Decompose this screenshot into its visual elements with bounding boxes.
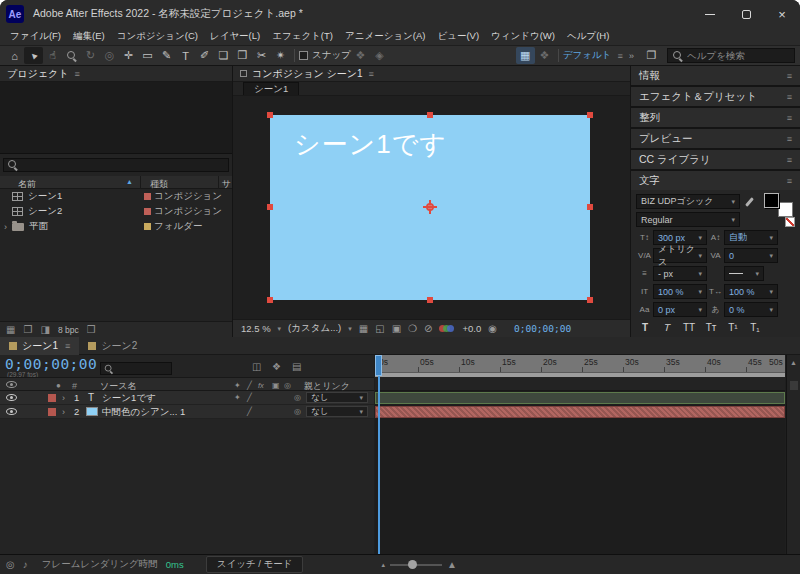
selection-handle[interactable]	[587, 204, 593, 210]
project-row-scene2[interactable]: シーン2 コンポジション	[0, 204, 232, 219]
menu-effect[interactable]: エフェクト(T)	[266, 30, 339, 43]
superscript-button[interactable]: T¹	[724, 321, 742, 335]
type-tool[interactable]: T	[176, 47, 195, 64]
small-caps-button[interactable]: Tᴛ	[702, 321, 720, 335]
panel-menu-icon[interactable]: ≡	[787, 113, 792, 123]
selection-handle[interactable]	[587, 297, 593, 303]
puppet-pin-tool[interactable]: ✴	[271, 47, 290, 64]
new-composition-icon[interactable]: ◨	[40, 324, 49, 335]
zoom-tool[interactable]	[62, 47, 81, 64]
selection-tool[interactable]: ►	[24, 47, 43, 64]
project-row-folder[interactable]: › 平面 フォルダー	[0, 219, 232, 234]
composition-canvas[interactable]: シーン1です	[270, 115, 590, 300]
eyedropper-icon[interactable]	[745, 197, 754, 207]
workspace-menu-icon[interactable]: ≡	[617, 51, 622, 61]
camera-tool[interactable]: ◎	[100, 47, 119, 64]
panel-menu-icon[interactable]: ≡	[787, 176, 792, 186]
pickwhip-icon[interactable]: ◎	[294, 393, 301, 402]
viewer-timecode[interactable]: 0;00;00;00	[514, 323, 571, 334]
sort-ascending-icon[interactable]: ▲	[126, 178, 133, 185]
interpret-footage-icon[interactable]: ▦	[6, 324, 15, 335]
grid-guides-icon[interactable]: ▦	[359, 323, 368, 334]
stroke-color-swatch[interactable]	[778, 202, 793, 217]
channel-select-icon[interactable]	[439, 324, 455, 334]
effects-toggle-icon[interactable]: ╱	[247, 407, 252, 416]
quality-toggle-icon[interactable]: ✦	[234, 393, 241, 402]
label-color-chip[interactable]	[48, 394, 56, 402]
parent-select[interactable]: なし ▾	[306, 392, 368, 403]
panel-header-info[interactable]: 情報 ≡	[631, 66, 800, 85]
layer-name[interactable]: 中間色のシアン... 1	[102, 406, 185, 419]
faux-bold-button[interactable]: T	[636, 321, 654, 335]
snap-checkbox[interactable]	[299, 51, 308, 60]
baseline-shift-select[interactable]: 0 px ▾	[653, 302, 707, 317]
new-folder-icon[interactable]: ❐	[23, 324, 32, 335]
layer-duration-bar-2[interactable]	[375, 406, 785, 418]
composition-viewer[interactable]: シーン1です	[233, 96, 630, 319]
home-button[interactable]: ⌂	[5, 47, 24, 64]
label-color-chip[interactable]	[48, 408, 56, 416]
project-row-scene1[interactable]: シーン1 コンポジション	[0, 189, 232, 204]
switches-modes-button[interactable]: スイッチ / モード	[206, 556, 304, 573]
pan-behind-tool[interactable]: ✛	[119, 47, 138, 64]
tsume-select[interactable]: 0 % ▾	[724, 302, 778, 317]
snap-option-b-icon[interactable]: ◈	[370, 47, 389, 64]
snap-option-a-icon[interactable]: ❖	[351, 47, 370, 64]
eraser-tool[interactable]: ❒	[233, 47, 252, 64]
resolution-select[interactable]: (カスタム...)	[288, 322, 341, 335]
menu-animation[interactable]: アニメーション(A)	[339, 30, 432, 43]
orbit-camera-tool[interactable]: ↻	[81, 47, 100, 64]
brush-tool[interactable]: ✐	[195, 47, 214, 64]
workspace-selector[interactable]: デフォルト	[563, 49, 612, 62]
fill-color-swatch[interactable]	[764, 193, 779, 208]
zoom-slider-handle[interactable]	[408, 560, 417, 569]
selection-handle[interactable]	[427, 112, 433, 118]
region-of-interest-icon[interactable]: ◱	[375, 323, 384, 334]
selection-handle[interactable]	[587, 112, 593, 118]
pickwhip-icon[interactable]: ◎	[294, 407, 301, 416]
zoom-mountain-icon[interactable]: ▲	[790, 359, 797, 366]
panel-header-cc-libraries[interactable]: CC ライブラリ ≡	[631, 150, 800, 169]
playhead-line[interactable]	[378, 355, 380, 554]
column-divider[interactable]	[140, 176, 141, 189]
project-search[interactable]	[3, 158, 229, 172]
grid-options-icon[interactable]: ▦	[516, 47, 535, 64]
layer-row-2[interactable]: › 2 中間色のシアン... 1 ╱ ◎ なし ▾	[0, 405, 374, 419]
current-timecode[interactable]: 0;00;00;00	[5, 356, 97, 372]
clone-stamp-tool[interactable]: ❏	[214, 47, 233, 64]
timeline-track-area[interactable]: 0s 05s 10s 15s 20s 25s 30s 35s 40s 45s 5…	[375, 355, 785, 554]
viewer-tab-scene1[interactable]: シーン1	[243, 82, 299, 95]
selection-handle[interactable]	[427, 297, 433, 303]
expand-arrow-icon[interactable]: ›	[4, 222, 12, 232]
menu-composition[interactable]: コンポジション(C)	[111, 30, 204, 43]
maximize-button[interactable]	[728, 0, 764, 28]
composition-mini-flowchart-icon[interactable]: ◫	[252, 361, 261, 372]
panel-menu-icon[interactable]: ≡	[787, 134, 792, 144]
panel-menu-icon[interactable]: ≡	[787, 71, 792, 81]
menu-window[interactable]: ウィンドウ(W)	[485, 30, 561, 43]
leading-select[interactable]: 自動 ▾	[724, 230, 778, 245]
menu-view[interactable]: ビュー(V)	[431, 30, 485, 43]
panel-menu-icon[interactable]: ≡	[787, 155, 792, 165]
timeline-search[interactable]	[100, 362, 172, 375]
minimize-button[interactable]	[692, 0, 728, 28]
panel-menu-icon[interactable]: ≡	[65, 341, 70, 351]
faux-italic-button[interactable]: T	[658, 321, 676, 335]
zoom-in-icon[interactable]: ▲	[447, 559, 457, 570]
expand-arrow-icon[interactable]: ›	[62, 393, 65, 403]
column-divider[interactable]	[218, 176, 219, 189]
draft-3d-icon[interactable]: ❖	[272, 361, 281, 372]
expand-arrow-icon[interactable]: ›	[62, 407, 65, 417]
selection-handle[interactable]	[267, 112, 273, 118]
selection-handle[interactable]	[267, 297, 273, 303]
zoom-slider-track[interactable]	[390, 564, 442, 566]
time-ruler[interactable]: 0s 05s 10s 15s 20s 25s 30s 35s 40s 45s 5…	[375, 355, 785, 377]
font-style-select[interactable]: Regular ▾	[636, 212, 740, 227]
zoom-out-icon[interactable]: ▴	[381, 561, 385, 569]
layer-duration-bar-1[interactable]	[375, 392, 785, 404]
scroll-thumb[interactable]	[790, 381, 798, 390]
pen-tool[interactable]: ✎	[157, 47, 176, 64]
timeline-tab-scene1[interactable]: シーン1 ≡	[0, 337, 79, 355]
anchor-point[interactable]	[423, 200, 437, 214]
canvas-text-layer[interactable]: シーン1です	[294, 127, 447, 162]
